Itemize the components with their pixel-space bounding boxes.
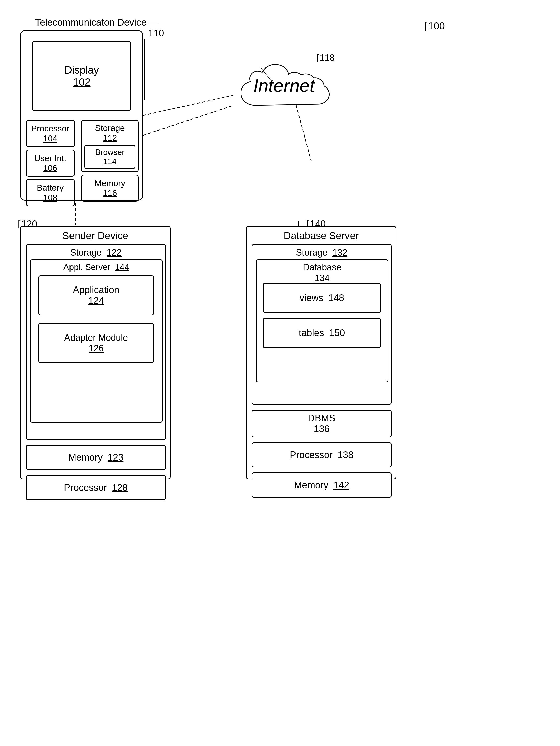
right-components: Storage 112 Browser 114 Memory 116 (81, 120, 139, 202)
svg-line-2 (143, 105, 233, 136)
memory-123-num: 123 (108, 452, 123, 463)
processor-box: Processor 104 (26, 120, 75, 147)
ref-118-label: ⌈118 (316, 53, 335, 63)
storage-112-name: Storage (95, 123, 125, 133)
tables-150-num: 150 (329, 328, 345, 339)
views-148-name: views (300, 293, 323, 304)
memory-116-box: Memory 116 (81, 175, 139, 202)
battery-name: Battery (37, 183, 64, 193)
telecom-title: Telecommunicaton Device (35, 17, 147, 28)
memory-116-name: Memory (95, 178, 125, 188)
userint-num: 106 (43, 163, 57, 173)
left-components: Processor 104 User Int. 106 Battery 108 (26, 120, 75, 206)
userint-box: User Int. 106 (26, 149, 75, 177)
db-server-title: Database Server (247, 227, 396, 241)
application-124-num: 124 (88, 295, 104, 306)
internet-label: Internet (254, 75, 315, 96)
processor-138-num: 138 (338, 450, 354, 460)
database-134-label: Database 134 (257, 260, 388, 285)
adapter-module-name: Adapter Module (64, 333, 128, 343)
appl-server-label: Appl. Server 144 (31, 260, 162, 274)
memory-142-num: 142 (333, 480, 349, 491)
memory-116-num: 116 (103, 188, 117, 198)
memory-142-box: Memory 142 (252, 472, 392, 497)
processor-num: 104 (43, 134, 57, 143)
tables-150-name: tables (299, 328, 324, 339)
application-124-name: Application (73, 285, 119, 295)
processor-128-name: Processor (64, 482, 107, 493)
svg-line-0 (143, 95, 233, 115)
processor-128-num: 128 (112, 482, 128, 493)
storage-132-label: Storage 132 (253, 245, 391, 260)
browser-name: Browser (95, 147, 124, 157)
views-148-num: 148 (328, 293, 344, 304)
memory-123-box: Memory 123 (26, 445, 166, 470)
adapter-module-box: Adapter Module 126 (38, 323, 154, 363)
processor-138-name: Processor (290, 450, 333, 460)
browser-box: Browser 114 (84, 145, 136, 169)
memory-123-name: Memory (68, 452, 102, 463)
ref-100: ⌈100 (424, 20, 445, 32)
appl-server-box: Appl. Server 144 Application 124 Adapter… (30, 259, 163, 423)
database-server: Database Server Storage 132 Database 134… (246, 226, 396, 479)
sender-device: Sender Device Storage 122 Appl. Server 1… (20, 226, 171, 479)
diagram-container: ⌈100 Telecommunicaton Device —110 Displa… (10, 10, 550, 738)
display-name: Display (64, 64, 99, 76)
storage-132-box: Storage 132 Database 134 views 148 table… (252, 244, 392, 405)
memory-142-name: Memory (294, 480, 328, 491)
browser-num: 114 (103, 157, 116, 166)
adapter-module-num: 126 (89, 343, 104, 353)
internet-container: ⌈118 Internet (241, 60, 331, 121)
ref-110-label: —110 (148, 17, 164, 39)
battery-num: 108 (43, 193, 57, 202)
tables-150-box: tables 150 (263, 318, 381, 348)
processor-128-box: Processor 128 (26, 475, 166, 500)
processor-138-box: Processor 138 (252, 442, 392, 467)
application-124-box: Application 124 (38, 275, 154, 315)
dbms-136-name: DBMS (308, 413, 335, 424)
processor-name: Processor (31, 124, 69, 134)
sender-title: Sender Device (21, 227, 170, 241)
telecom-device-wrapper: Telecommunicaton Device —110 Display 102… (20, 30, 143, 201)
storage-122-box: Storage 122 Appl. Server 144 Application… (26, 244, 166, 440)
storage-122-label: Storage 122 (27, 245, 165, 260)
display-num: 102 (73, 76, 90, 88)
views-148-box: views 148 (263, 283, 381, 313)
database-134-box: Database 134 views 148 tables 150 (256, 259, 388, 382)
storage-112-box: Storage 112 Browser 114 (81, 120, 139, 172)
userint-name: User Int. (34, 153, 66, 163)
telecom-device: Display 102 Processor 104 User Int. 106 … (20, 30, 143, 201)
battery-box: Battery 108 (26, 179, 75, 206)
dbms-136-box: DBMS 136 (252, 410, 392, 437)
display-box: Display 102 (32, 41, 131, 111)
dbms-136-num: 136 (314, 424, 329, 434)
storage-112-num: 112 (103, 133, 117, 143)
